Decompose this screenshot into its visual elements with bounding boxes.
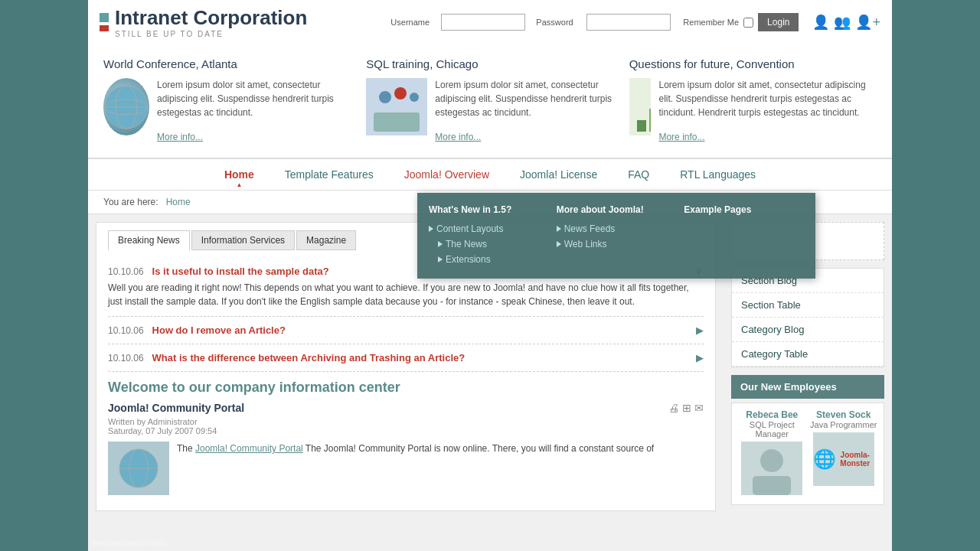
watermark: www.heritagechristian... [92,539,173,547]
svg-rect-11 [649,109,652,132]
employees-grid: Rebeca Bee SQL Project Manager Steven So… [731,403,884,505]
arrow-icon-4 [557,226,561,232]
sidebar-category-table[interactable]: Category Table [732,342,884,367]
tab-breaking-news[interactable]: Breaking News [108,230,190,250]
article-date-1: 10.10.06 [108,266,144,277]
dropdown-extensions[interactable]: Extensions [429,252,549,267]
employee-name-2: Steven Sock [810,409,878,420]
chart-image [629,78,652,135]
globe-image [103,78,149,135]
logo-dots [100,13,109,31]
article-date-welcome: Saturday, 07 July 2007 09:54 [108,426,244,435]
tab-information[interactable]: Information Services [191,230,295,250]
dropdown-heading-3: Example Pages [684,204,804,215]
employee-2: Steven Sock Java Programmer 🌐 Joomla-Mon… [810,409,878,498]
nav-license[interactable]: Joomla! License [505,159,612,190]
user-icons: 👤 👥 👤+ [812,14,880,31]
written-by: Written by Administrator [108,417,244,426]
dropdown-col-1: What's New in 1.5? Content Layouts The N… [429,204,549,267]
welcome-title: Welcome to our company information cente… [108,380,704,396]
username-input[interactable] [441,14,525,31]
email-icon[interactable]: ✉ [694,402,704,414]
arrow-icon-3 [438,256,443,262]
feature-title-1: World Conference, Atlanta [103,57,351,70]
dot-red [100,25,109,31]
arrow-icon-5 [557,241,561,247]
login-area: Username Password Remember Me Login 👤 👥 … [390,13,880,31]
article-title-3[interactable]: What is the difference between Archiving… [152,352,466,364]
svg-point-8 [410,93,419,102]
portal-icons: 🖨 ⊞ ✉ [668,402,704,414]
sidebar-menu: Section Blog Section Table Category Blog… [731,268,884,367]
article-date-2: 10.10.06 [108,325,144,336]
portal-text: The Joomla! Community Portal The Joomla!… [177,442,654,495]
article-title-1[interactable]: Is it useful to install the sample data? [152,266,329,277]
nav-joomla-overview[interactable]: Joomla! Overview [389,159,505,190]
password-label: Password [536,18,582,27]
article-expand-icon-2[interactable]: ▶ [696,324,704,336]
article-3: 10.10.06 What is the difference between … [108,344,704,372]
logo-title: Intranet Corporation [115,6,307,30]
tab-magazine[interactable]: Magazine [296,230,356,250]
feature-text-1: Lorem ipsum dolor sit amet, consectetur … [157,78,351,119]
svg-point-19 [760,449,783,472]
employee-photo-2: 🌐 Joomla-Monster [813,432,874,486]
article-expand-icon-3[interactable]: ▶ [696,352,704,364]
dropdown-the-news[interactable]: The News [429,236,549,252]
employee-name-1: Rebeca Bee [738,409,806,420]
dropdown-content-layouts[interactable]: Content Layouts [429,221,549,236]
article-date-3: 10.10.06 [108,353,144,364]
remember-checkbox[interactable] [743,18,753,28]
breadcrumb-home[interactable]: Home [166,197,191,207]
feature-box-3: Questions for future, Convention Lorem i… [629,57,877,142]
user-icon-2[interactable]: 👥 [834,14,851,31]
feature-more-3[interactable]: More info... [658,132,704,142]
table-icon[interactable]: ⊞ [682,402,691,414]
user-icon-1[interactable]: 👤 [812,14,829,31]
article-title-2[interactable]: How do I remove an Article? [152,324,286,336]
remember-area: Remember Me Login [683,13,799,31]
nav-template[interactable]: Template Features [270,159,389,190]
dropdown-news-feeds[interactable]: News Feeds [557,221,677,236]
svg-point-6 [394,87,407,99]
joomla-monster-logo: 🌐 [813,448,836,470]
portal-title: Joomla! Community Portal [108,402,244,414]
dropdown-heading-1: What's New in 1.5? [429,204,549,215]
nav-rtl[interactable]: RTL Languages [665,159,771,190]
employee-title-2: Java Programmer [810,420,878,429]
logo-text: Intranet Corporation STILL BE UP TO DATE [115,6,307,38]
dropdown-web-links[interactable]: Web Links [557,236,677,252]
print-icon[interactable]: 🖨 [668,402,679,414]
logo-subtitle: STILL BE UP TO DATE [115,30,307,38]
header: Intranet Corporation STILL BE UP TO DATE… [88,0,892,42]
password-input[interactable] [586,14,671,31]
sidebar-section-table[interactable]: Section Table [732,293,884,318]
nav-home[interactable]: Home [209,159,270,190]
svg-rect-10 [637,120,646,132]
logo-block: Intranet Corporation STILL BE UP TO DATE [100,6,307,38]
sidebar-category-blog[interactable]: Category Blog [732,318,884,342]
feature-title-3: Questions for future, Convention [629,57,877,70]
feature-more-2[interactable]: More info... [435,132,481,142]
dropdown-col-2: More about Joomla! News Feeds Web Links [557,204,677,267]
breadcrumb-label: You are here: [103,197,158,207]
employees-heading: Our New Employees [731,375,884,399]
meeting-image [366,78,427,135]
nav-faq[interactable]: FAQ [612,159,665,190]
feature-title-2: SQL training, Chicago [366,57,613,70]
remember-label: Remember Me [683,18,739,27]
joomla-monster-text: Joomla-Monster [836,451,874,468]
arrow-icon-2 [438,241,443,247]
svg-point-5 [379,91,391,103]
feature-text-2: Lorem ipsum dolor sit amet, consectetur … [435,78,613,119]
feature-row: World Conference, Atlanta Lorem ipsum do… [88,42,892,158]
login-group: Username Password [390,14,671,31]
employee-photo-1 [741,442,802,495]
feature-box-1: World Conference, Atlanta Lorem ipsum do… [103,57,351,142]
dropdown-menu: What's New in 1.5? Content Layouts The N… [417,193,815,279]
dot-teal [100,13,109,22]
portal-link[interactable]: Joomla! Community Portal [195,443,303,454]
feature-more-1[interactable]: More info... [157,132,203,142]
user-icon-add[interactable]: 👤+ [855,14,880,31]
login-button[interactable]: Login [758,13,799,31]
